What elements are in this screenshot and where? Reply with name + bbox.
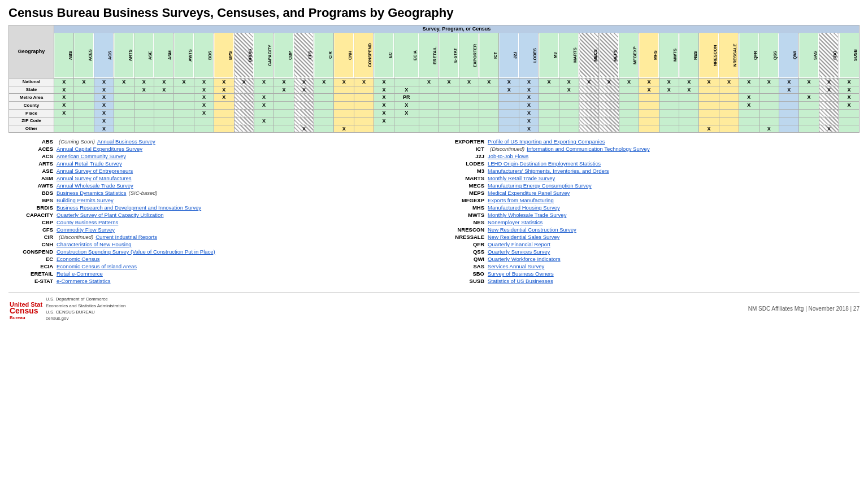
legend-item-mhs: MHSManufactured Housing Survey <box>440 204 860 211</box>
cell-place-qwi <box>779 109 798 117</box>
legend-abbr: AWTS <box>8 182 57 189</box>
cell-state-bps: X <box>214 86 234 94</box>
legend-link-mhs[interactable]: Manufactured Housing Survey <box>488 204 560 211</box>
cell-national-arts: X <box>114 78 134 86</box>
main-table-container: GeographySurvey, Program, or CensusABSAC… <box>8 25 860 133</box>
cell-place-m3 <box>539 109 559 117</box>
cell-other-ict <box>479 125 499 133</box>
cell-national-ict: X <box>479 78 499 86</box>
legend-link-nressale[interactable]: New Residential Sales Survey <box>488 234 559 240</box>
legend-link-abs[interactable]: Annual Business Survey <box>97 138 155 145</box>
legend-right: EXPORTERProfile of US Importing and Expo… <box>440 138 860 285</box>
cell-zip-code-acs: X <box>94 117 114 125</box>
legend-link-arts[interactable]: Annual Retail Trade Survey <box>57 160 122 167</box>
cell-place-ict <box>479 109 499 117</box>
legend-link-j2j[interactable]: Job-to-Job Flows <box>488 153 528 159</box>
cell-national-qss: X <box>759 78 779 86</box>
legend-abbr: MECS <box>440 182 488 189</box>
legend-link-eretail[interactable]: Retail e-Commerce <box>57 271 103 277</box>
legend-link-cnh[interactable]: Characteristics of New Housing <box>57 241 132 247</box>
legend-link-mwts[interactable]: Monthly Wholesale Trade Survey <box>488 212 566 218</box>
legend-abbr: MHS <box>440 204 488 211</box>
legend-link-susb[interactable]: Statistics of US Businesses <box>488 278 553 284</box>
legend-item-aces: ACESAnnual Capital Expenditures Survey <box>8 146 428 152</box>
cell-national-bps: X <box>214 78 234 86</box>
legend-link-nes[interactable]: Nonemployer Statistics <box>488 219 542 225</box>
legend-link-sas[interactable]: Services Annual Survey <box>488 263 544 269</box>
cell-state-conspend <box>354 86 374 94</box>
cell-metro-area-qfr: X <box>739 94 759 102</box>
cell-zip-code-sbo <box>819 117 839 125</box>
cell-state-exporter <box>459 86 479 94</box>
legend-link-cbp[interactable]: County Business Patterns <box>57 219 118 225</box>
legend-link-mfgexp[interactable]: Exports from Manufacturing <box>488 197 554 203</box>
legend-link-aces[interactable]: Annual Capital Expenditures Survey <box>57 146 142 152</box>
legend-link-ict[interactable]: Information and Communication Technology… <box>527 146 649 152</box>
cell-place-cbp <box>274 109 294 117</box>
legend-link-ec[interactable]: Economic Census <box>57 256 100 262</box>
legend-link-ase[interactable]: Annual Survey of Entrepreneurs <box>57 168 133 174</box>
legend-link-lodes[interactable]: LEHD Origin-Destination Employment Stati… <box>488 160 601 167</box>
col-header-nrescon: NRESCON <box>699 33 719 78</box>
legend-abbr: NES <box>440 219 488 225</box>
legend-link-acs[interactable]: American Community Survey <box>57 153 126 159</box>
cell-zip-code-cnh <box>334 117 354 125</box>
legend-link-brdis[interactable]: Business Research and Development and In… <box>57 204 201 211</box>
legend-link-bps[interactable]: Building Permits Survey <box>57 197 114 203</box>
cell-other-bps <box>214 125 234 133</box>
cell-metro-area-bds: X <box>194 94 214 102</box>
cell-metro-area-awts <box>174 94 194 102</box>
cell-zip-code-ecia <box>394 117 419 125</box>
col-header-susb: SUSB <box>839 33 860 78</box>
legend-item-capacity: CAPACITYQuarterly Survey of Plant Capaci… <box>8 212 428 218</box>
legend-link-marts[interactable]: Monthly Retail Trade Survey <box>488 175 555 181</box>
legend-link-nrescon[interactable]: New Residential Construction Survey <box>488 226 576 233</box>
cell-metro-area-ict <box>479 94 499 102</box>
legend-abbr: LODES <box>440 160 488 167</box>
cell-other-nressale <box>719 125 739 133</box>
cell-national-mwts: X <box>659 78 679 86</box>
cell-zip-code-bps <box>214 117 234 125</box>
legend-link-meps[interactable]: Medical Expenditure Panel Survey <box>488 190 570 196</box>
svg-text:Census: Census <box>10 306 38 315</box>
cell-metro-area-exporter <box>459 94 479 102</box>
legend-link-qss[interactable]: Quarterly Services Survey <box>488 249 550 255</box>
legend-link-conspend[interactable]: Construction Spending Survey (Value of C… <box>57 249 215 255</box>
legend-item-mfgexp: MFGEXPExports from Manufacturing <box>440 197 860 203</box>
cell-other-mhs <box>639 125 659 133</box>
cell-state-ecia: X <box>394 86 419 94</box>
legend-link-awts[interactable]: Annual Wholesale Trade Survey <box>57 182 133 189</box>
cell-zip-code-cir <box>314 117 334 125</box>
legend-link-exporter[interactable]: Profile of US Importing and Exporting Co… <box>488 138 605 145</box>
legend-link-m3[interactable]: Manufacturers' Shipments, Inventories, a… <box>488 168 609 174</box>
legend-abbr: MFGEXP <box>440 197 488 203</box>
legend-link-bds[interactable]: Business Dynamics Statistics <box>57 190 127 196</box>
cell-state-e-stat <box>439 86 459 94</box>
cell-zip-code-eretail <box>419 117 439 125</box>
legend-link-cir[interactable]: Current Industrial Reports <box>96 234 157 240</box>
cell-place-aces <box>74 109 94 117</box>
cell-national-exporter: X <box>459 78 479 86</box>
legend-link-qwi[interactable]: Quarterly Workforce Indicators <box>488 256 561 262</box>
footer-slide-info: NM SDC Affiliates Mtg | November 2018 | … <box>748 306 860 312</box>
cell-county-e-stat <box>439 102 459 110</box>
cell-county-bds: X <box>194 102 214 110</box>
cell-place-cfs <box>294 109 314 117</box>
legend-link-mecs[interactable]: Manufacturing Energy Consumption Survey <box>488 182 592 189</box>
legend-link-e-stat[interactable]: e-Commerce Statistics <box>57 278 111 284</box>
legend-note: (Discontinued) <box>59 234 93 240</box>
legend-link-ecia[interactable]: Economic Census of Island Areas <box>57 263 137 269</box>
cell-place-mecs <box>579 109 599 117</box>
legend-link-capacity[interactable]: Quarterly Survey of Plant Capacity Utili… <box>57 212 164 218</box>
col-header-awts: AWTS <box>174 33 194 78</box>
legend-link-asm[interactable]: Annual Survey of Manufactures <box>57 175 132 181</box>
cell-state-susb: X <box>839 86 860 94</box>
legend-link-cfs[interactable]: Commodity Flow Survey <box>57 226 115 233</box>
legend-item-awts: AWTSAnnual Wholesale Trade Survey <box>8 182 428 189</box>
cell-county-qss <box>759 102 779 110</box>
legend-link-qfr[interactable]: Quarterly Financial Report <box>488 241 550 247</box>
cell-national-acs: X <box>94 78 114 86</box>
cell-place-ase <box>134 109 154 117</box>
svg-text:Bureau: Bureau <box>10 315 25 320</box>
legend-link-sbo[interactable]: Survey of Business Owners <box>488 271 554 277</box>
